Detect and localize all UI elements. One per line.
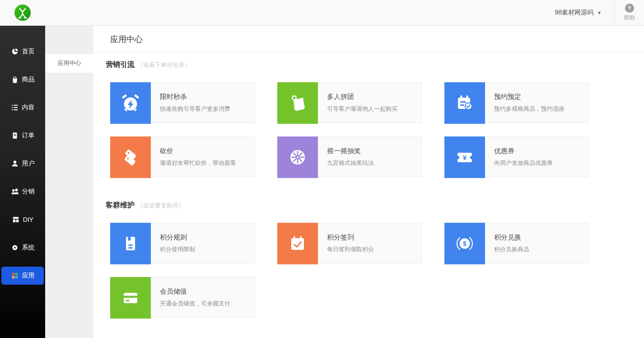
sidebar-item-home[interactable]: 首页	[1, 42, 44, 61]
sidebar-item-distribution[interactable]: 分销	[1, 183, 44, 201]
app-card[interactable]: 优惠券 向用户发放商品优惠券	[444, 136, 589, 177]
section-subtitle: （促进重复购买）	[137, 202, 184, 210]
card-grid: 限时秒杀 快速抢购引导客户更多消费 多人拼团 引导客户邀请他人一起购买 预约预定…	[110, 82, 630, 177]
app-card-desc: 积分兑换商品	[494, 245, 588, 253]
app-card-icon-box	[110, 82, 151, 124]
sections: 营销引流（提高下单转化率） 限时秒杀 快速抢购引导客户更多消费 多人拼团 引导客…	[93, 53, 644, 318]
sidebar-item-label: 用户	[22, 160, 35, 168]
sidebar-item-label: 系统	[22, 244, 35, 252]
app-card-icon-box	[277, 136, 318, 178]
user-icon	[11, 160, 19, 168]
system-gear-icon	[11, 244, 19, 252]
sidebar-item-label: 订单	[22, 131, 35, 140]
section-header: 营销引流（提高下单转化率）	[106, 60, 630, 70]
app-card[interactable]: 积分签到 每日签到领取积分	[277, 223, 422, 263]
group-buy-bag-icon	[287, 92, 308, 114]
section: 客群维护（促进重复购买） 积分规则 积分使用限制 积分签到 每日签到领取积分 积…	[106, 201, 630, 318]
app-card-desc: 预约多规格商品，预约选座	[494, 105, 588, 113]
app-card[interactable]: 砍价 邀请好友帮忙砍价，带动新客	[110, 136, 255, 177]
account-dropdown[interactable]: 98素材网源码 ▼	[555, 9, 602, 17]
distribution-users-icon	[11, 188, 19, 196]
app-card-title: 限时秒杀	[160, 93, 254, 101]
app-card-body: 砍价 邀请好友帮忙砍价，带动新客	[151, 137, 254, 177]
account-label: 98素材网源码	[555, 9, 594, 17]
chevron-down-icon: ▼	[597, 10, 602, 15]
app-card-icon-box	[110, 277, 151, 319]
app-card-body: 积分兑换 积分兑换商品	[485, 223, 588, 263]
app-card-title: 积分签到	[327, 233, 421, 242]
app-card[interactable]: 限时秒杀 快速抢购引导客户更多消费	[110, 82, 255, 123]
app-card-title: 多人拼团	[327, 93, 421, 101]
home-pie-icon	[11, 47, 19, 56]
sidebar-item-label: 首页	[22, 47, 35, 56]
card-grid: 积分规则 积分使用限制 积分签到 每日签到领取积分 积分兑换 积分兑换商品 会员…	[110, 223, 630, 318]
page-title: 应用中心	[93, 26, 644, 53]
app-card-desc: 引导客户邀请他人一起购买	[327, 105, 421, 113]
sidebar-item-apps[interactable]: 应用	[1, 267, 44, 285]
checkin-calendar-icon	[287, 233, 308, 254]
sidebar-item-user[interactable]: 用户	[1, 155, 44, 173]
app-card-desc: 快速抢购引导客户更多消费	[160, 105, 254, 113]
app-card-icon-box	[277, 82, 318, 124]
app-card-body: 优惠券 向用户发放商品优惠券	[485, 137, 588, 177]
app-card-body: 积分签到 每日签到领取积分	[318, 223, 421, 263]
sidebar-item-label: DIY	[23, 216, 33, 223]
app-card-title: 优惠券	[494, 147, 588, 155]
sidebar-item-label: 应用	[22, 272, 35, 280]
sidebar-item-label: 分销	[22, 188, 35, 196]
app-card-icon-box	[277, 223, 318, 264]
app-card-desc: 向用户发放商品优惠券	[494, 159, 588, 167]
app-card[interactable]: 多人拼团 引导客户邀请他人一起购买	[277, 82, 422, 123]
sidebar-item-diy[interactable]: DIY	[1, 211, 44, 229]
order-doc-icon	[11, 131, 19, 140]
app-card[interactable]: 预约预定 预约多规格商品，预约选座	[444, 82, 589, 123]
question-mark-icon: ?	[625, 4, 634, 13]
sidebar-nav: 首页商品内容订单用户分销DIY系统应用	[0, 26, 45, 338]
section: 营销引流（提高下单转化率） 限时秒杀 快速抢购引导客户更多消费 多人拼团 引导客…	[106, 60, 630, 177]
app-card-icon-box	[444, 82, 485, 124]
section-header: 客群维护（促进重复购买）	[106, 201, 630, 210]
apps-grid-icon	[11, 272, 19, 280]
points-rule-book-icon	[120, 233, 141, 254]
app-card-body: 预约预定 预约多规格商品，预约选座	[485, 83, 588, 122]
alarm-flash-icon	[120, 92, 141, 114]
app-card-desc: 九宫格式抽奖玩法	[327, 159, 421, 167]
app-card[interactable]: 积分规则 积分使用限制	[110, 223, 255, 263]
app-card-title: 摇一摇抽奖	[327, 147, 421, 155]
bargain-tags-icon	[120, 146, 141, 168]
app-card-body: 积分规则 积分使用限制	[151, 223, 254, 263]
app-card-body: 摇一摇抽奖 九宫格式抽奖玩法	[318, 137, 421, 177]
app-card-body: 多人拼团 引导客户邀请他人一起购买	[318, 83, 421, 122]
app-card-icon-box	[110, 136, 151, 178]
topbar-right: 98素材网源码 ▼ ? 帮助	[555, 0, 644, 25]
sidebar-item-order[interactable]: 订单	[1, 127, 44, 145]
app-card-desc: 邀请好友帮忙砍价，带动新客	[160, 159, 254, 167]
sidebar-item-goods[interactable]: 商品	[1, 70, 44, 89]
submenu-item-app-center[interactable]: 应用中心	[45, 54, 93, 73]
sidebar-item-label: 商品	[22, 75, 35, 84]
app-card-title: 砍价	[160, 147, 254, 155]
topbar: 98素材网源码 ▼ ? 帮助	[0, 0, 644, 26]
submenu: 应用中心	[45, 26, 93, 338]
help-label: 帮助	[624, 14, 635, 22]
sidebar-item-content[interactable]: 内容	[1, 99, 44, 117]
diy-layout-icon	[12, 216, 20, 224]
content-list-icon	[11, 103, 19, 112]
app-card[interactable]: 会员储值 开通会员储值，可余额支付	[110, 277, 255, 318]
goods-bag-icon	[11, 75, 19, 84]
app-card-title: 会员储值	[160, 287, 254, 296]
app-card[interactable]: 摇一摇抽奖 九宫格式抽奖玩法	[277, 136, 422, 177]
app-card[interactable]: 积分兑换 积分兑换商品	[444, 223, 589, 263]
app-card-body: 会员储值 开通会员储值，可余额支付	[151, 277, 254, 317]
help-button[interactable]: ? 帮助	[614, 0, 644, 25]
app-card-icon-box	[444, 223, 485, 264]
points-exchange-coin-icon	[454, 233, 476, 254]
app-card-title: 积分规则	[160, 233, 254, 242]
main-content: 应用中心 营销引流（提高下单转化率） 限时秒杀 快速抢购引导客户更多消费 多人拼…	[93, 26, 644, 338]
sidebar-item-system[interactable]: 系统	[1, 239, 44, 257]
app-card-desc: 积分使用限制	[160, 245, 254, 253]
app-card-title: 积分兑换	[494, 233, 588, 242]
app-card-icon-box	[444, 136, 485, 178]
section-title: 营销引流	[106, 60, 135, 70]
member-card-icon	[120, 287, 141, 309]
